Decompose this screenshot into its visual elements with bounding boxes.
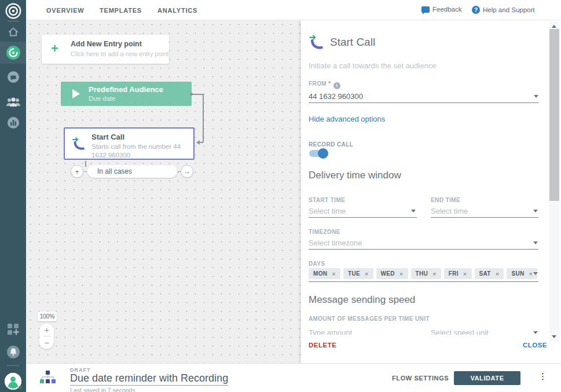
chip-remove-icon[interactable]: × — [432, 270, 437, 277]
call-node-subtitle: Starts call from the number 44 1632 9603… — [91, 142, 188, 160]
branch-next-button[interactable]: → — [181, 165, 193, 178]
sidebar-item-people[interactable] — [0, 95, 26, 109]
from-select-value[interactable]: 44 1632 960300 — [309, 92, 363, 101]
start-call-settings-panel: Start Call Initiate a call towards the s… — [301, 20, 561, 363]
scrollbar-down-arrow[interactable] — [552, 335, 556, 338]
sidebar-item-notifications[interactable] — [0, 345, 26, 359]
timezone-select[interactable]: Select timezone — [309, 239, 362, 247]
chip-label: SAT — [479, 270, 491, 277]
start-time-select[interactable]: Select time — [309, 207, 346, 215]
sidebar-item-apps[interactable] — [0, 323, 26, 336]
feedback-button[interactable]: Feedback — [421, 6, 462, 13]
audience-node-title: Predefined Audience — [89, 85, 163, 94]
chip-label: THU — [416, 270, 428, 277]
record-call-toggle-on[interactable] — [309, 150, 327, 157]
days-underline — [309, 281, 538, 282]
speed-unit-caret[interactable] — [533, 331, 538, 334]
zoom-out-button[interactable]: − — [39, 336, 54, 349]
tab-overview[interactable]: OVERVIEW — [46, 7, 85, 14]
zoom-in-button[interactable]: + — [39, 324, 54, 336]
sidebar-item-conversations[interactable] — [0, 71, 26, 83]
add-entry-point-card[interactable]: + Add New Entry point Click here to add … — [42, 35, 169, 64]
close-button[interactable]: CLOSE — [523, 342, 547, 349]
chip-label: WED — [381, 270, 395, 277]
panel-scroll-area: Start Call Initiate a call towards the s… — [301, 20, 551, 335]
end-time-label: END TIME — [431, 197, 460, 203]
panel-description: Initiate a call towards the set audience — [309, 61, 436, 70]
record-call-label: RECORD CALL — [309, 141, 353, 148]
day-chip-thu[interactable]: THU× — [411, 268, 441, 279]
chip-remove-icon[interactable]: × — [365, 270, 369, 277]
help-button[interactable]: ? Help and Support — [472, 6, 535, 14]
add-entry-subtitle: Click here to add a new entry point — [71, 50, 168, 57]
moments-icon — [6, 45, 21, 60]
end-time-caret[interactable] — [533, 210, 538, 213]
tab-analytics[interactable]: ANALYTICS — [157, 7, 197, 14]
phone-call-icon — [72, 137, 86, 153]
panel-scrollbar[interactable] — [549, 21, 559, 342]
end-time-select[interactable]: Select time — [431, 207, 468, 215]
audience-node[interactable]: Predefined Audience Due date — [61, 82, 192, 106]
panel-title: Start Call — [330, 36, 375, 49]
branch-condition-pill[interactable]: In all cases — [87, 165, 177, 178]
info-icon[interactable]: i — [333, 82, 340, 89]
start-time-underline — [309, 217, 417, 218]
speed-heading: Message sending speed — [309, 294, 415, 306]
connector-line — [203, 94, 204, 142]
sidebar-item-analytics[interactable] — [0, 116, 26, 129]
day-chip-sat[interactable]: SAT× — [475, 268, 504, 279]
scrollbar-thumb[interactable] — [549, 29, 559, 201]
sidebar-item-home[interactable] — [0, 25, 26, 38]
feedback-bubble-icon — [421, 6, 430, 13]
avatar-gear-icon: ⚙ — [18, 385, 23, 391]
chip-remove-icon[interactable]: × — [529, 270, 533, 277]
flow-title[interactable]: Due date reminder with Recording — [70, 372, 228, 386]
add-entry-title: Add New Entry point — [71, 40, 142, 48]
from-dropdown-caret[interactable] — [534, 95, 538, 98]
add-branch-button[interactable]: + — [71, 165, 83, 178]
chip-remove-icon[interactable]: × — [332, 270, 336, 277]
user-avatar[interactable]: ⚙ — [5, 373, 21, 390]
toggle-thumb — [318, 148, 328, 159]
bottom-bar: DRAFT Due date reminder with Recording L… — [26, 363, 561, 392]
flow-canvas[interactable]: + Add New Entry point Click here to add … — [26, 20, 301, 363]
top-navigation: OVERVIEW TEMPLATES ANALYTICS Feedback ? … — [26, 0, 561, 20]
kebab-menu-icon[interactable]: ⋮ — [538, 371, 547, 382]
delivery-heading: Delivery time window — [309, 170, 401, 181]
flow-settings-button[interactable]: FLOW SETTINGS — [392, 375, 449, 382]
end-time-underline — [431, 217, 538, 218]
home-icon — [8, 26, 19, 38]
advanced-options-link[interactable]: Hide advanced options — [309, 115, 385, 123]
day-chip-fri[interactable]: FRI× — [444, 268, 472, 279]
audience-node-subtitle: Due date — [89, 95, 116, 102]
start-time-caret[interactable] — [411, 210, 416, 213]
sidebar-item-moments[interactable] — [0, 45, 26, 60]
timezone-caret[interactable] — [533, 241, 538, 244]
delete-button[interactable]: DELETE — [309, 342, 336, 349]
day-chip-wed[interactable]: WED× — [376, 268, 408, 279]
chip-remove-icon[interactable]: × — [496, 270, 500, 277]
last-saved-text: Last saved in 7 seconds — [70, 387, 135, 392]
tab-templates[interactable]: TEMPLATES — [100, 7, 142, 14]
plus-icon: + — [75, 167, 79, 176]
start-call-node-selected[interactable]: Start Call Starts call from the number 4… — [64, 127, 195, 160]
from-label: FROM*i — [309, 80, 340, 89]
day-chip-mon[interactable]: MON× — [309, 268, 340, 279]
chip-remove-icon[interactable]: × — [463, 270, 467, 277]
infobip-logo[interactable] — [0, 2, 26, 20]
days-caret[interactable] — [533, 272, 538, 275]
chat-bubble-icon — [7, 71, 20, 83]
days-chips: MON× TUE× WED× THU× FRI× SAT× SUN× — [309, 268, 537, 279]
chip-remove-icon[interactable]: × — [399, 270, 404, 277]
branch-dash — [84, 171, 87, 172]
chip-label: MON — [313, 270, 327, 277]
from-underline — [309, 102, 538, 103]
scrollbar-up-arrow[interactable] — [552, 25, 556, 28]
amount-input[interactable]: Type amount — [309, 328, 352, 335]
flow-builder-app: ⚙ OVERVIEW TEMPLATES ANALYTICS Feedback … — [0, 0, 561, 392]
flow-diagram-icon — [39, 369, 56, 390]
day-chip-tue[interactable]: TUE× — [343, 268, 373, 279]
speed-unit-select[interactable]: Select speed unit — [431, 328, 489, 335]
validate-button[interactable]: VALIDATE — [454, 371, 520, 385]
help-question-icon: ? — [472, 6, 480, 14]
